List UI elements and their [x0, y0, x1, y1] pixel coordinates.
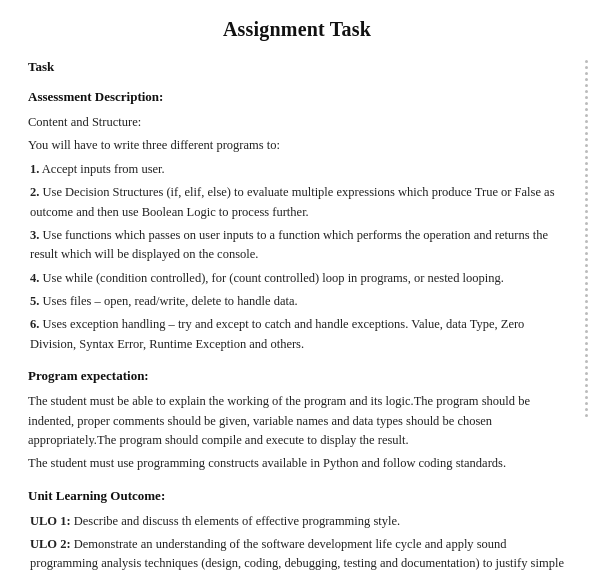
- ulo-item: ULO 2: Demonstrate an understanding of t…: [28, 535, 566, 573]
- expectation-heading: Program expectation:: [28, 368, 566, 384]
- ulo-heading: Unit Learning Outcome:: [28, 488, 566, 504]
- task-label: Task: [28, 59, 566, 75]
- assessment-item: 1. Accept inputs from user.: [28, 160, 566, 179]
- assessment-items: 1. Accept inputs from user.2. Use Decisi…: [28, 160, 566, 354]
- assessment-para-1: You will have to write three different p…: [28, 136, 566, 155]
- expectation-section: Program expectation: The student must be…: [28, 368, 566, 474]
- assessment-item: 5. Uses files – open, read/write, delete…: [28, 292, 566, 311]
- assessment-item: 6. Uses exception handling – try and exc…: [28, 315, 566, 354]
- assessment-heading: Assessment Description:: [28, 89, 566, 105]
- assessment-item: 3. Use functions which passes on user in…: [28, 226, 566, 265]
- ulo-section: Unit Learning Outcome: ULO 1: Describe a…: [28, 488, 566, 573]
- expectation-para: The student must use programming constru…: [28, 454, 566, 473]
- page: Assignment Task Task Assessment Descript…: [0, 0, 594, 573]
- assessment-section: Assessment Description: Content and Stru…: [28, 89, 566, 354]
- ulo-item: ULO 1: Describe and discuss th elements …: [28, 512, 566, 531]
- assessment-item: 4. Use while (condition controlled), for…: [28, 269, 566, 288]
- page-title: Assignment Task: [28, 18, 566, 41]
- assessment-item: 2. Use Decision Structures (if, elif, el…: [28, 183, 566, 222]
- ulo-items: ULO 1: Describe and discuss th elements …: [28, 512, 566, 573]
- expectation-paras: The student must be able to explain the …: [28, 392, 566, 474]
- expectation-para: The student must be able to explain the …: [28, 392, 566, 450]
- side-dots: [585, 0, 588, 573]
- assessment-para-0: Content and Structure:: [28, 113, 566, 132]
